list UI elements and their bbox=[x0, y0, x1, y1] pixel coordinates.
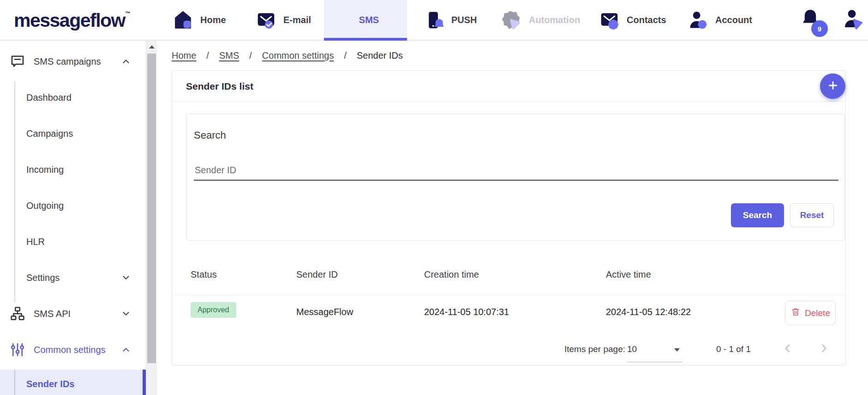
column-header-sender-id: Sender ID bbox=[296, 269, 338, 280]
main-content: Home / SMS / Common settings / Sender ID… bbox=[157, 41, 868, 395]
pagination-range: 0 - 1 of 1 bbox=[716, 344, 751, 354]
breadcrumb: Home / SMS / Common settings / Sender ID… bbox=[172, 49, 403, 62]
items-per-page-select[interactable]: 10 bbox=[627, 341, 682, 359]
nav-item-email[interactable]: E-mail bbox=[256, 0, 311, 40]
chevron-up-icon bbox=[121, 345, 131, 355]
email-icon bbox=[256, 10, 276, 30]
app-screen: messageflow™ Home E-mail SMS bbox=[0, 0, 868, 395]
plus-icon bbox=[827, 79, 839, 93]
add-sender-id-button[interactable] bbox=[820, 73, 845, 99]
breadcrumb-link-common-settings[interactable]: Common settings bbox=[262, 50, 334, 61]
cell-sender-id: MessageFlow bbox=[296, 307, 353, 317]
chevron-up-icon bbox=[121, 56, 131, 67]
dropdown-arrow-icon bbox=[674, 348, 680, 352]
sidebar-item-label: Common settings bbox=[34, 345, 106, 355]
sliders-icon bbox=[9, 341, 26, 358]
delete-button-label: Delete bbox=[805, 308, 830, 318]
sidebar-item-hlr[interactable]: HLR bbox=[26, 235, 45, 249]
breadcrumb-link-sms[interactable]: SMS bbox=[219, 50, 239, 61]
breadcrumb-separator: / bbox=[344, 50, 347, 61]
nav-item-automation[interactable]: Automation bbox=[501, 0, 580, 40]
sidebar-item-campaigns[interactable]: Campaigns bbox=[26, 127, 73, 140]
chevron-left-icon bbox=[781, 349, 794, 356]
cell-creation-time: 2024-11-05 10:07:31 bbox=[424, 307, 509, 317]
delete-button[interactable]: Delete bbox=[785, 301, 836, 325]
active-item-indicator bbox=[143, 370, 146, 395]
brand-trademark: ™ bbox=[125, 10, 131, 17]
nav-item-label: Automation bbox=[529, 15, 580, 25]
column-header-status: Status bbox=[191, 269, 217, 280]
sidebar-item-settings[interactable]: Settings bbox=[26, 271, 60, 285]
brand-name-light: message bbox=[14, 10, 90, 31]
sidebar-item-sms-api[interactable]: SMS API bbox=[0, 303, 143, 324]
sidebar-item-label: SMS campaigns bbox=[34, 56, 101, 67]
chat-icon bbox=[9, 53, 26, 70]
page-title: Sender IDs list bbox=[186, 71, 253, 102]
user-icon bbox=[842, 24, 864, 32]
cell-active-time: 2024-11-05 12:48:22 bbox=[606, 307, 691, 317]
notification-badge: 9 bbox=[811, 20, 828, 37]
items-per-page-label: Items per page: bbox=[564, 344, 625, 354]
card-header: Sender IDs list bbox=[172, 71, 845, 102]
nav-item-label: Account bbox=[715, 15, 752, 25]
active-tab-indicator bbox=[324, 38, 407, 41]
automation-icon bbox=[501, 10, 522, 30]
breadcrumb-current: Sender IDs bbox=[357, 50, 403, 61]
nav-item-push[interactable]: PUSH bbox=[424, 0, 477, 40]
sitemap-icon bbox=[9, 305, 26, 322]
contacts-icon bbox=[599, 10, 620, 30]
column-header-creation-time: Creation time bbox=[424, 269, 479, 280]
sidebar: SMS campaigns Dashboard Campaigns Incomi… bbox=[0, 41, 157, 395]
nav-item-home[interactable]: Home bbox=[173, 0, 226, 40]
scroll-up-arrow-icon bbox=[149, 45, 155, 49]
chevron-down-icon bbox=[121, 273, 131, 283]
nav-item-label: Home bbox=[200, 15, 226, 25]
sidebar-item-label: Sender IDs bbox=[26, 379, 74, 389]
nav-item-label: E-mail bbox=[283, 15, 311, 25]
search-panel: Search Search Reset bbox=[186, 114, 845, 241]
search-button[interactable]: Search bbox=[731, 203, 784, 227]
sidebar-item-sms-campaigns[interactable]: SMS campaigns bbox=[0, 51, 143, 72]
search-panel-title: Search bbox=[194, 129, 226, 141]
user-avatar-button[interactable] bbox=[842, 8, 865, 31]
sidebar-item-label: SMS API bbox=[34, 309, 71, 319]
home-icon bbox=[173, 10, 193, 30]
items-per-page-value: 10 bbox=[627, 344, 637, 354]
sidebar-scrollbar-thumb[interactable] bbox=[147, 54, 156, 363]
sidebar-item-outgoing[interactable]: Outgoing bbox=[26, 199, 64, 213]
notifications-button[interactable]: 9 bbox=[799, 7, 828, 36]
sidebar-item-common-settings[interactable]: Common settings bbox=[0, 339, 143, 360]
nav-item-sms[interactable]: SMS bbox=[324, 0, 407, 40]
nav-item-account[interactable]: Account bbox=[688, 0, 752, 40]
reset-button[interactable]: Reset bbox=[790, 203, 834, 227]
indent-guide-line bbox=[14, 370, 15, 395]
scrollbar-up-button[interactable] bbox=[146, 41, 157, 53]
breadcrumb-separator: / bbox=[249, 50, 252, 61]
chevron-right-icon bbox=[817, 349, 830, 356]
brand-name-bold: flow bbox=[90, 10, 125, 31]
trash-icon bbox=[790, 307, 801, 319]
push-icon bbox=[424, 10, 444, 30]
sidebar-item-dashboard[interactable]: Dashboard bbox=[26, 91, 72, 104]
chevron-down-icon bbox=[121, 309, 131, 319]
column-header-active-time: Active time bbox=[606, 269, 651, 280]
table-divider bbox=[172, 295, 845, 295]
breadcrumb-separator: / bbox=[206, 50, 209, 61]
nav-item-contacts[interactable]: Contacts bbox=[599, 0, 666, 40]
sender-ids-card: Sender IDs list Search Search Reset Stat… bbox=[172, 70, 846, 365]
next-page-button[interactable] bbox=[816, 341, 831, 356]
sidebar-item-incoming[interactable]: Incoming bbox=[26, 163, 64, 176]
top-navbar: messageflow™ Home E-mail SMS bbox=[0, 0, 868, 41]
brand-logo[interactable]: messageflow™ bbox=[14, 0, 131, 41]
account-icon bbox=[688, 10, 708, 30]
indent-guide-line bbox=[14, 81, 15, 302]
sidebar-item-sender-ids[interactable]: Sender IDs bbox=[0, 370, 146, 395]
nav-item-label: PUSH bbox=[451, 15, 477, 25]
previous-page-button[interactable] bbox=[780, 341, 795, 356]
nav-item-label: SMS bbox=[359, 15, 379, 25]
select-underline bbox=[627, 362, 682, 362]
breadcrumb-link-home[interactable]: Home bbox=[172, 50, 196, 61]
sender-id-input[interactable] bbox=[194, 160, 838, 181]
nav-item-label: Contacts bbox=[627, 15, 666, 25]
status-badge: Approved bbox=[191, 302, 236, 318]
